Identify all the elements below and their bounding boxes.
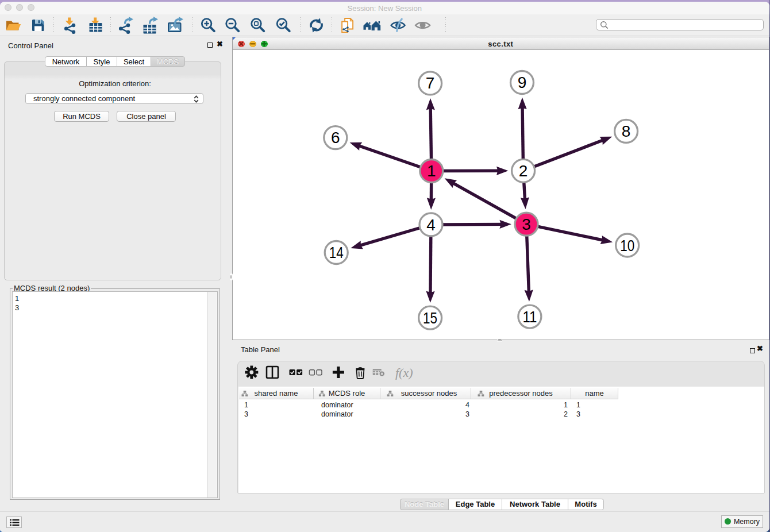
svg-text:7: 7 bbox=[426, 74, 435, 92]
svg-text:10: 10 bbox=[620, 237, 634, 255]
svg-text:9: 9 bbox=[518, 74, 527, 91]
svg-text:1: 1 bbox=[427, 162, 436, 180]
svg-text:11: 11 bbox=[522, 308, 537, 326]
svg-text:15: 15 bbox=[423, 309, 437, 327]
svg-text:4: 4 bbox=[426, 216, 436, 234]
svg-text:6: 6 bbox=[331, 129, 340, 147]
svg-text:14: 14 bbox=[329, 244, 344, 261]
svg-text:8: 8 bbox=[622, 122, 631, 140]
svg-text:3: 3 bbox=[522, 215, 531, 233]
svg-text:2: 2 bbox=[519, 162, 528, 180]
